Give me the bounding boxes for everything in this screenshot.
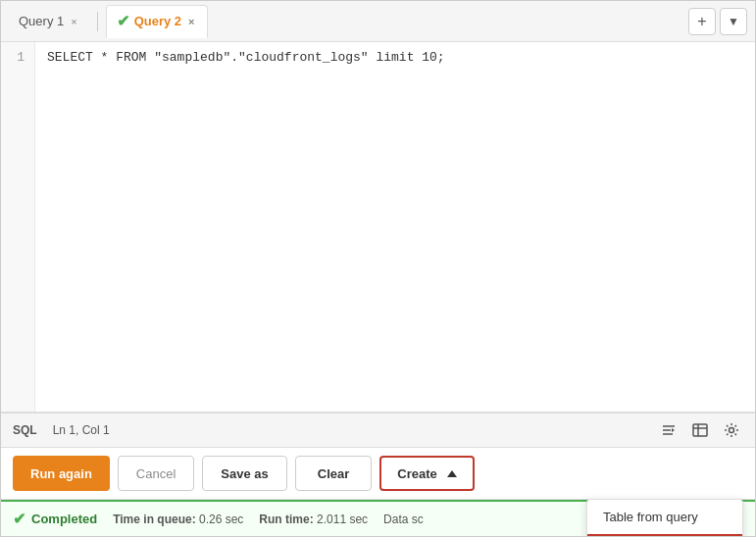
svg-rect-3 bbox=[693, 424, 707, 436]
create-arrow-icon bbox=[447, 470, 457, 477]
tab-bar: Query 1 × ✔ Query 2 × + ▼ bbox=[1, 1, 755, 42]
line-number-1: 1 bbox=[17, 50, 25, 65]
dropdown-item-table[interactable]: Table from query bbox=[587, 500, 742, 534]
svg-point-6 bbox=[730, 428, 734, 433]
result-meta: Time in queue: 0.26 sec Run time: 2.011 … bbox=[113, 513, 424, 526]
code-content[interactable]: SELECT * FROM "sampledb"."cloudfront_log… bbox=[35, 42, 755, 412]
tab-query1-close[interactable]: × bbox=[69, 16, 78, 27]
queue-value: 0.26 sec bbox=[199, 513, 243, 526]
runtime-label: Run time: 2.011 sec bbox=[259, 513, 368, 526]
tab-dropdown-button[interactable]: ▼ bbox=[720, 8, 747, 35]
tab-actions: + ▼ bbox=[688, 8, 747, 35]
tab-query2-label: Query 2 bbox=[134, 14, 181, 28]
create-label: Create bbox=[397, 466, 436, 481]
code-editor[interactable]: 1 SELECT * FROM "sampledb"."cloudfront_l… bbox=[1, 42, 755, 413]
runtime-label-text: Run time: bbox=[259, 513, 313, 526]
tab-query2-close[interactable]: × bbox=[186, 16, 196, 27]
save-as-button[interactable]: Save as bbox=[202, 456, 286, 491]
tab-separator bbox=[97, 12, 98, 31]
cancel-button[interactable]: Cancel bbox=[118, 456, 194, 491]
status-sql-label: SQL bbox=[13, 423, 37, 437]
result-check-icon: ✔ bbox=[13, 510, 25, 528]
settings-icon[interactable] bbox=[720, 418, 743, 442]
status-bar: SQL Ln 1, Col 1 bbox=[1, 413, 755, 448]
tab-query2-check-icon: ✔ bbox=[117, 12, 129, 30]
status-icons bbox=[657, 418, 743, 442]
line-numbers: 1 bbox=[1, 42, 35, 412]
create-button[interactable]: Create bbox=[379, 456, 474, 491]
tab-query2[interactable]: ✔ Query 2 × bbox=[106, 5, 208, 38]
clear-button[interactable]: Clear bbox=[295, 456, 373, 491]
status-position: Ln 1, Col 1 bbox=[53, 423, 110, 437]
tab-add-button[interactable]: + bbox=[688, 8, 716, 35]
dropdown-item-view[interactable]: View from query bbox=[587, 534, 742, 536]
data-label: Data sc bbox=[383, 513, 424, 526]
result-status: ✔ Completed bbox=[13, 510, 97, 528]
format-icon[interactable] bbox=[657, 418, 680, 442]
tab-query1[interactable]: Query 1 × bbox=[9, 5, 89, 38]
run-again-button[interactable]: Run again bbox=[13, 456, 110, 491]
toolbar: Run again Cancel Save as Clear Create Ta… bbox=[1, 448, 755, 500]
queue-label-text: Time in queue: bbox=[113, 513, 195, 526]
create-dropdown: Table from query View from query bbox=[586, 499, 743, 536]
result-status-label: Completed bbox=[31, 512, 97, 526]
queue-label: Time in queue: 0.26 sec bbox=[113, 513, 243, 526]
editor-area: 1 SELECT * FROM "sampledb"."cloudfront_l… bbox=[1, 42, 755, 536]
tab-query1-label: Query 1 bbox=[19, 14, 64, 28]
main-container: Query 1 × ✔ Query 2 × + ▼ 1 SELECT * FRO… bbox=[0, 0, 756, 537]
table-icon[interactable] bbox=[688, 418, 712, 442]
runtime-value: 2.011 sec bbox=[317, 513, 368, 526]
